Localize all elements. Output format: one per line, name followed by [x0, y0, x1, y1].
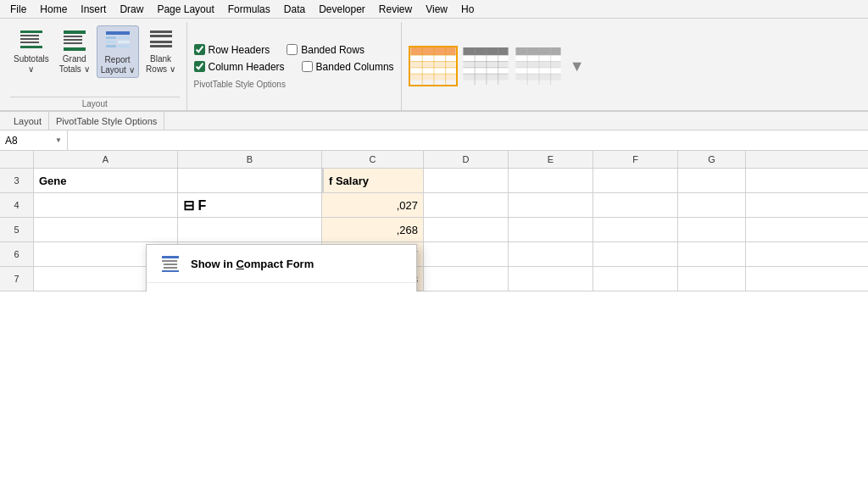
- cell-a4[interactable]: [34, 193, 178, 217]
- cell-b5[interactable]: [178, 218, 322, 241]
- cell-a3[interactable]: Gene: [34, 169, 178, 192]
- compact-form-label: Show in Compact Form: [191, 258, 314, 270]
- svg-rect-9: [64, 47, 86, 51]
- menu-view[interactable]: View: [419, 2, 454, 17]
- banded-columns-input[interactable]: [302, 61, 313, 72]
- blank-rows-icon: [147, 27, 175, 54]
- header-corner: [0, 151, 34, 168]
- cell-g7[interactable]: [678, 267, 746, 291]
- svg-rect-61: [162, 270, 179, 272]
- style-options-section-label: PivotTable Style Options: [49, 112, 164, 130]
- col-header-a: A: [34, 151, 178, 168]
- cell-e6[interactable]: [509, 242, 593, 266]
- row-headers-input[interactable]: [194, 44, 205, 55]
- banded-rows-checkbox[interactable]: Banded Rows: [287, 44, 364, 56]
- svg-rect-23: [410, 62, 455, 68]
- svg-rect-13: [106, 41, 116, 43]
- cell-c4[interactable]: ,027: [322, 193, 424, 217]
- row-headers-checkbox[interactable]: Row Headers: [194, 44, 270, 56]
- blank-rows-button[interactable]: BlankRows ∨: [142, 25, 180, 76]
- svg-rect-1: [20, 35, 39, 36]
- cell-e3[interactable]: [509, 169, 593, 192]
- cell-g5[interactable]: [678, 218, 746, 241]
- cell-d6[interactable]: [424, 242, 509, 266]
- menu-insert[interactable]: Insert: [74, 2, 113, 17]
- layout-section-label: Layout: [7, 112, 49, 130]
- cell-c5[interactable]: ,268: [322, 218, 424, 241]
- cell-c3[interactable]: f Salary: [322, 169, 424, 192]
- svg-rect-4: [20, 46, 42, 48]
- grand-totals-button[interactable]: GrandTotals ∨: [56, 25, 93, 76]
- row-num-3: 3: [0, 169, 34, 192]
- cell-d4[interactable]: [424, 193, 509, 217]
- menu-developer[interactable]: Developer: [312, 2, 372, 17]
- menu-bar: File Home Insert Draw Page Layout Formul…: [0, 0, 868, 19]
- style-more-button[interactable]: ▼: [566, 58, 585, 75]
- cell-f5[interactable]: [593, 218, 678, 241]
- style-thumb-2[interactable]: [461, 46, 510, 86]
- cell-f7[interactable]: [593, 267, 678, 291]
- menu-ho[interactable]: Ho: [454, 2, 481, 17]
- cell-d5[interactable]: [424, 218, 509, 241]
- column-headers-label: Column Headers: [209, 61, 285, 73]
- column-headers-checkbox[interactable]: Column Headers: [194, 61, 285, 73]
- cell-e7[interactable]: [509, 267, 593, 291]
- cell-a5[interactable]: [34, 218, 178, 241]
- cell-g6[interactable]: [678, 242, 746, 266]
- cell-g3[interactable]: [678, 169, 746, 192]
- banded-rows-label: Banded Rows: [301, 44, 364, 56]
- style-options-label: PivotTable Style Options: [194, 80, 394, 89]
- dropdown-item-compact-form[interactable]: Show in Compact Form: [147, 245, 416, 283]
- layout-label-row: Layout PivotTable Style Options: [0, 112, 868, 130]
- table-row: 4 ⊟ F ,027: [0, 193, 868, 218]
- menu-data[interactable]: Data: [277, 2, 312, 17]
- cell-b4[interactable]: ⊟ F: [178, 193, 322, 217]
- pivot-style-thumbnails: ▼: [402, 22, 592, 110]
- dropdown-item-outline-form[interactable]: Show in Outline Form: [147, 283, 416, 291]
- menu-formulas[interactable]: Formulas: [221, 2, 277, 17]
- col-header-e: E: [509, 151, 593, 168]
- row-num-4: 4: [0, 193, 34, 217]
- table-row: 3 Gene f Salary: [0, 169, 868, 193]
- cell-d7[interactable]: [424, 267, 509, 291]
- cell-e5[interactable]: [509, 218, 593, 241]
- col-header-d: D: [424, 151, 509, 168]
- cell-ref-dropdown-icon: ▼: [55, 136, 62, 144]
- svg-rect-8: [64, 42, 82, 44]
- banded-columns-checkbox[interactable]: Banded Columns: [302, 61, 394, 73]
- report-layout-button[interactable]: ReportLayout ∨: [97, 25, 139, 78]
- subtotals-button[interactable]: Subtotals∨: [10, 25, 53, 76]
- report-layout-icon: [104, 28, 131, 55]
- cell-f3[interactable]: [593, 169, 678, 192]
- layout-buttons: Subtotals∨ GrandTotals ∨: [10, 22, 180, 95]
- col-header-c: C: [322, 151, 424, 168]
- pivot-style-options-group: Row Headers Banded Rows Column Headers B…: [187, 22, 402, 110]
- table-row: 6 ,677: [0, 242, 868, 267]
- banded-rows-input[interactable]: [287, 44, 298, 55]
- svg-rect-49: [515, 74, 560, 80]
- cell-reference-box[interactable]: A8 ▼: [0, 130, 68, 150]
- svg-rect-14: [118, 41, 130, 43]
- cell-d3[interactable]: [424, 169, 509, 192]
- style-thumb-3[interactable]: [514, 46, 563, 86]
- svg-rect-47: [515, 62, 560, 68]
- style-thumb-1[interactable]: [409, 46, 458, 86]
- row-headers-label: Row Headers: [209, 44, 270, 56]
- svg-rect-12: [118, 36, 130, 39]
- cell-g4[interactable]: [678, 193, 746, 217]
- column-headers-input[interactable]: [194, 61, 205, 72]
- menu-file[interactable]: File: [3, 2, 33, 17]
- menu-draw[interactable]: Draw: [113, 2, 150, 17]
- menu-review[interactable]: Review: [372, 2, 419, 17]
- menu-home[interactable]: Home: [33, 2, 74, 17]
- cell-e4[interactable]: [509, 193, 593, 217]
- svg-rect-33: [463, 47, 508, 55]
- grand-totals-icon: [61, 27, 88, 54]
- svg-rect-59: [164, 264, 177, 265]
- compact-form-icon: [160, 253, 181, 274]
- cell-f6[interactable]: [593, 242, 678, 266]
- cell-f4[interactable]: [593, 193, 678, 217]
- cell-b3[interactable]: [178, 169, 322, 192]
- svg-rect-45: [515, 47, 560, 55]
- menu-page-layout[interactable]: Page Layout: [150, 2, 220, 17]
